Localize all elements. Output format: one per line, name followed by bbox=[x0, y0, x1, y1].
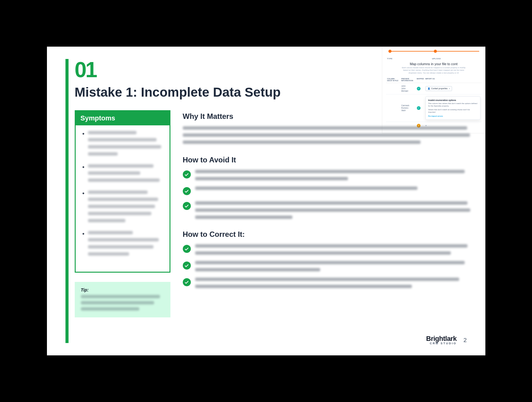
check-item bbox=[183, 201, 473, 219]
accent-bar bbox=[65, 59, 69, 343]
brand-logo: Brightlark CRM STUDIO bbox=[426, 335, 457, 345]
check-item bbox=[183, 186, 473, 195]
check-circle-icon bbox=[183, 202, 191, 210]
check-item bbox=[183, 261, 473, 271]
page-content: 01 Mistake 1: Incomplete Data Setup Symp… bbox=[75, 59, 485, 346]
list-item bbox=[82, 231, 163, 256]
check-circle-icon bbox=[183, 262, 191, 270]
tip-label: Tip: bbox=[81, 287, 89, 292]
section-heading-avoid: How to Avoid It bbox=[183, 156, 473, 164]
tip-panel: Tip: bbox=[75, 282, 170, 317]
inset-stepper bbox=[388, 50, 479, 55]
page-title: Mistake 1: Incomplete Data Setup bbox=[75, 85, 485, 100]
list-item bbox=[82, 164, 163, 182]
document-page: TYPE UPLOAD Map columns in your file to … bbox=[47, 47, 485, 355]
section-heading-correct: How to Correct It: bbox=[183, 230, 473, 239]
check-item bbox=[183, 170, 473, 180]
page-number: 2 bbox=[463, 337, 467, 344]
symptoms-heading: Symptoms bbox=[76, 111, 170, 125]
section-heading-why: Why It Matters bbox=[183, 112, 473, 121]
check-circle-icon bbox=[183, 187, 191, 195]
check-circle-icon bbox=[183, 278, 191, 286]
list-item bbox=[82, 131, 163, 156]
symptoms-panel: Symptoms bbox=[75, 110, 170, 273]
chapter-number: 01 bbox=[75, 59, 485, 81]
check-circle-icon bbox=[183, 170, 191, 178]
check-item bbox=[183, 278, 473, 288]
check-circle-icon bbox=[183, 245, 191, 253]
check-item bbox=[183, 244, 473, 255]
symptoms-body bbox=[76, 125, 170, 272]
list-item bbox=[82, 191, 163, 222]
page-footer: Brightlark CRM STUDIO 2 bbox=[426, 335, 467, 345]
